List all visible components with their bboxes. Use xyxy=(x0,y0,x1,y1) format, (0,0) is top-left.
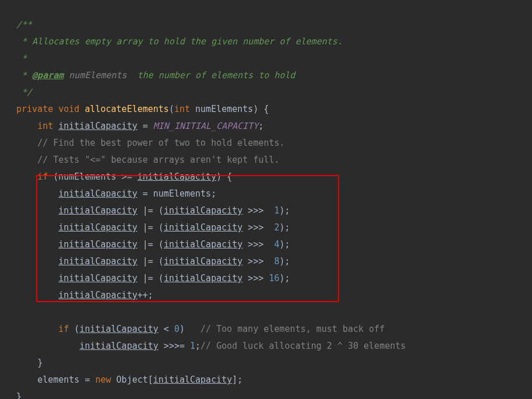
javadoc-line-1: * Allocates empty array to hold the give… xyxy=(16,36,343,47)
backoff-lhs: initialCapacity xyxy=(79,341,158,351)
param-numElements: numElements xyxy=(195,104,253,114)
comment-goodluck: // Good luck allocating 2 ^ 30 elements xyxy=(200,341,406,351)
comment-line-1: // Find the best power of two to hold el… xyxy=(37,138,284,148)
javadoc-open: /** xyxy=(16,19,32,30)
comment-backoff: // Too many elements, must back off xyxy=(200,324,385,334)
num-zero: 0 xyxy=(174,324,179,334)
assign-lhs: initialCapacity xyxy=(58,188,137,199)
javadoc-param-desc: the number of elements to hold xyxy=(127,70,295,80)
kw-int-decl: int xyxy=(37,121,53,131)
javadoc-param-star: * xyxy=(16,70,32,80)
kw-new: new xyxy=(95,374,111,385)
comment-line-2: // Tests "<=" because arrays aren't kept… xyxy=(37,155,279,165)
close-brace-method: } xyxy=(16,391,22,399)
num-one: 1 xyxy=(190,341,195,351)
kw-private: private xyxy=(16,104,53,114)
method-name: allocateElements xyxy=(84,104,169,114)
inc-var: initialCapacity xyxy=(58,290,137,300)
close-brace-inner: } xyxy=(37,358,43,368)
num-8: 8 xyxy=(269,256,280,267)
javadoc-blank: * xyxy=(16,53,27,64)
javadoc-param-tag: @param xyxy=(32,70,64,80)
javadoc-param-name: numElements xyxy=(64,70,126,80)
var-initialCapacity: initialCapacity xyxy=(58,121,137,131)
elements-var: elements xyxy=(37,374,79,385)
const-min-initial-capacity: MIN_INITIAL_CAPACITY xyxy=(153,121,259,131)
num-2: 2 xyxy=(269,222,280,233)
javadoc-close: */ xyxy=(16,87,32,97)
kw-int-param: int xyxy=(174,104,190,114)
kw-if-outer: if xyxy=(37,172,48,182)
num-4: 4 xyxy=(269,239,280,250)
num-1: 1 xyxy=(269,205,280,216)
kw-void: void xyxy=(58,104,79,114)
code-editor[interactable]: /** * Allocates empty array to hold the … xyxy=(0,0,532,399)
num-16: 16 xyxy=(269,273,280,284)
kw-if-inner: if xyxy=(58,324,69,334)
